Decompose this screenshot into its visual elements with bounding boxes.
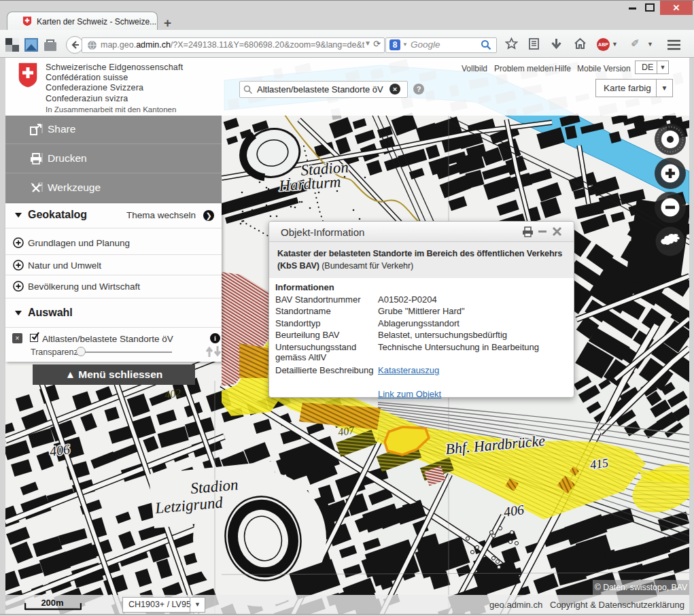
svg-text:402: 402 [164,387,181,400]
svg-text:407: 407 [337,424,355,438]
svg-text:406: 406 [48,441,71,459]
svg-text:415: 415 [589,456,610,472]
svg-text:406: 406 [502,502,525,519]
